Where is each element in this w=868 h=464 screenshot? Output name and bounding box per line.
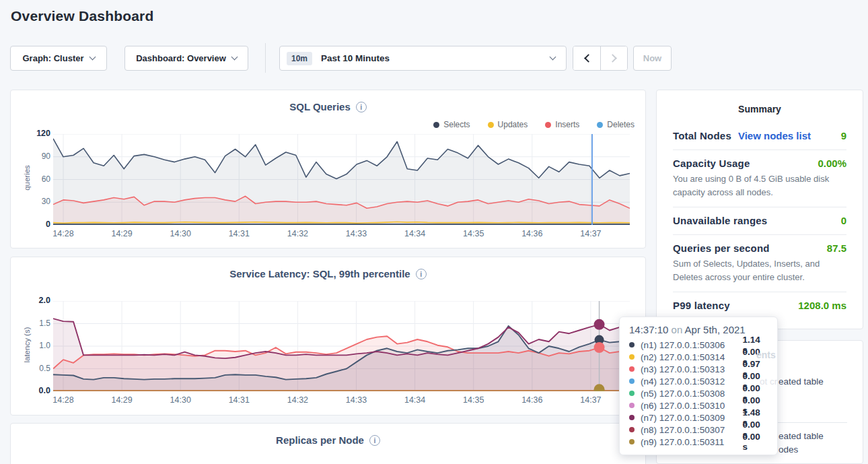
- x-axis-tick: 14:34: [399, 395, 431, 405]
- tooltip-rows: (n1) 127.0.0.1:503061.14 s(n2) 127.0.0.1…: [629, 339, 768, 448]
- series-dot-icon: [629, 378, 635, 384]
- view-nodes-list-link[interactable]: View nodes list: [738, 130, 811, 141]
- x-axis-tick: 14:37: [575, 395, 607, 405]
- controls-divider: [265, 43, 266, 73]
- legend-dot-icon: [433, 122, 439, 128]
- overview-dashboard-page: Overview Dashboard Graph: Cluster Dashbo…: [0, 0, 868, 464]
- legend-item: Selects: [433, 120, 470, 129]
- legend-dot-icon: [597, 122, 603, 128]
- capacity-value: 0.00%: [818, 158, 846, 169]
- summary-header: Summary: [673, 97, 846, 123]
- legend-item: Inserts: [545, 120, 579, 129]
- x-axis-tick: 14:34: [399, 229, 431, 238]
- legend-label: Selects: [443, 120, 470, 129]
- tooltip-node-label: (n8) 127.0.0.1:50307: [641, 425, 743, 435]
- qps-label: Queries per second: [673, 242, 770, 254]
- info-icon[interactable]: [356, 102, 367, 112]
- capacity-label: Capacity Usage: [673, 158, 750, 169]
- tooltip-date: Apr 5th, 2021: [685, 324, 746, 335]
- sql-queries-card: SQL Queries SelectsUpdatesInsertsDeletes…: [10, 90, 646, 248]
- graph-dropdown[interactable]: Graph: Cluster: [10, 46, 107, 71]
- p99-latency-label: P99 latency: [673, 300, 730, 311]
- event-row-fragment: eated table: [779, 376, 824, 387]
- total-nodes-value: 9: [841, 130, 846, 141]
- p99-latency-value: 1208.0 ms: [798, 300, 846, 311]
- chevron-down-icon: [89, 54, 96, 61]
- page-title: Overview Dashboard: [11, 8, 154, 24]
- y-axis-tick: 0: [11, 220, 50, 229]
- latency-plot[interactable]: [53, 301, 630, 391]
- legend-label: Updates: [498, 120, 528, 129]
- replicas-card: Replicas per Node: [10, 423, 646, 464]
- tooltip-row: (n9) 127.0.0.1:503110.00 s: [629, 436, 768, 448]
- summary-row-qps: Queries per second 87.5 Sum of Selects, …: [673, 235, 846, 292]
- y-axis-tick: 1.5: [11, 319, 50, 328]
- qps-desc: Sum of Selects, Updates, Inserts, and De…: [673, 257, 846, 284]
- x-axis-tick: 14:35: [458, 395, 490, 405]
- tooltip-node-value: 0.00 s: [743, 432, 768, 452]
- series-dot-icon: [629, 427, 635, 432]
- capacity-desc: You are using 0 B of 4.5 GiB usable disk…: [673, 172, 846, 199]
- time-range-label: Past 10 Minutes: [321, 53, 390, 63]
- x-axis-tick: 14:30: [164, 395, 196, 405]
- latency-title: Service Latency: SQL, 99th percentile: [229, 268, 410, 279]
- sql-queries-title: SQL Queries: [289, 101, 351, 112]
- summary-row-p99: P99 latency 1208.0 ms: [673, 292, 846, 319]
- series-dot-icon: [629, 342, 635, 347]
- tooltip-node-label: (n6) 127.0.0.1:50310: [641, 401, 743, 411]
- x-axis-tick: 14:31: [223, 395, 255, 405]
- legend-dot-icon: [545, 122, 551, 128]
- tooltip-node-label: (n3) 127.0.0.1:50313: [641, 364, 743, 374]
- tooltip-time: 14:37:10: [629, 324, 668, 335]
- time-step-forward-button[interactable]: [600, 46, 627, 70]
- tooltip-on: on: [672, 324, 683, 335]
- time-range-dropdown[interactable]: 10m Past 10 Minutes: [279, 46, 567, 71]
- series-dot-icon: [629, 354, 635, 360]
- summary-row-unavailable: Unavailable ranges 0: [673, 207, 846, 235]
- chart-hover-tooltip: 14:37:10 on Apr 5th, 2021 (n1) 127.0.0.1…: [619, 317, 778, 455]
- replicas-title: Replicas per Node: [276, 434, 364, 446]
- chevron-down-icon: [550, 54, 556, 61]
- legend-label: Inserts: [555, 120, 579, 129]
- events-header-fragment: ents: [756, 350, 776, 360]
- time-step-back-button[interactable]: [573, 46, 600, 70]
- chevron-down-icon: [231, 54, 238, 61]
- x-axis-tick: 14:32: [281, 229, 314, 238]
- y-axis-tick: 0.0: [11, 386, 50, 395]
- y-axis-tick: 0.5: [11, 364, 50, 373]
- replicas-title-row: Replicas per Node: [11, 434, 645, 446]
- x-axis-tick: 14:28: [47, 229, 79, 238]
- summary-panel: Summary Total Nodes View nodes list 9 Ca…: [656, 90, 863, 329]
- tooltip-timestamp: 14:37:10 on Apr 5th, 2021: [629, 324, 768, 335]
- legend-item: Deletes: [597, 120, 635, 129]
- unavailable-ranges-value: 0: [841, 215, 846, 226]
- tooltip-node-label: (n5) 127.0.0.1:50308: [641, 389, 743, 399]
- tooltip-node-label: (n4) 127.0.0.1:50312: [641, 376, 743, 387]
- time-step-group: [573, 46, 628, 71]
- legend-label: Deletes: [607, 120, 635, 129]
- y-axis-tick: 30: [11, 197, 50, 206]
- chevron-right-icon: [608, 54, 617, 63]
- x-axis-tick: 14:29: [106, 229, 138, 238]
- time-range-badge: 10m: [287, 52, 312, 65]
- dashboard-dropdown-label: Dashboard: Overview: [136, 53, 226, 63]
- y-axis-tick: 120: [11, 129, 50, 138]
- legend-item: Updates: [488, 120, 528, 129]
- sql-legend: SelectsUpdatesInsertsDeletes: [433, 120, 635, 129]
- series-dot-icon: [629, 391, 635, 396]
- x-axis-tick: 14:33: [340, 395, 373, 405]
- summary-row-total-nodes: Total Nodes View nodes list 9: [673, 123, 846, 150]
- tooltip-node-label: (n7) 127.0.0.1:50309: [641, 413, 743, 423]
- tooltip-node-label: (n2) 127.0.0.1:50314: [641, 352, 743, 362]
- info-icon[interactable]: [416, 269, 427, 279]
- x-axis-tick: 14:32: [281, 395, 314, 405]
- now-button[interactable]: Now: [633, 46, 672, 71]
- x-axis-tick: 14:30: [164, 229, 196, 238]
- event-row-ghost-fragment: ot cr: [760, 376, 777, 387]
- tooltip-node-label: (n1) 127.0.0.1:50306: [641, 340, 743, 350]
- dashboard-dropdown[interactable]: Dashboard: Overview: [124, 46, 248, 71]
- info-icon[interactable]: [369, 435, 380, 446]
- graph-dropdown-label: Graph: Cluster: [22, 53, 83, 63]
- x-axis-tick: 14:36: [516, 395, 548, 405]
- sql-queries-plot[interactable]: [53, 134, 630, 225]
